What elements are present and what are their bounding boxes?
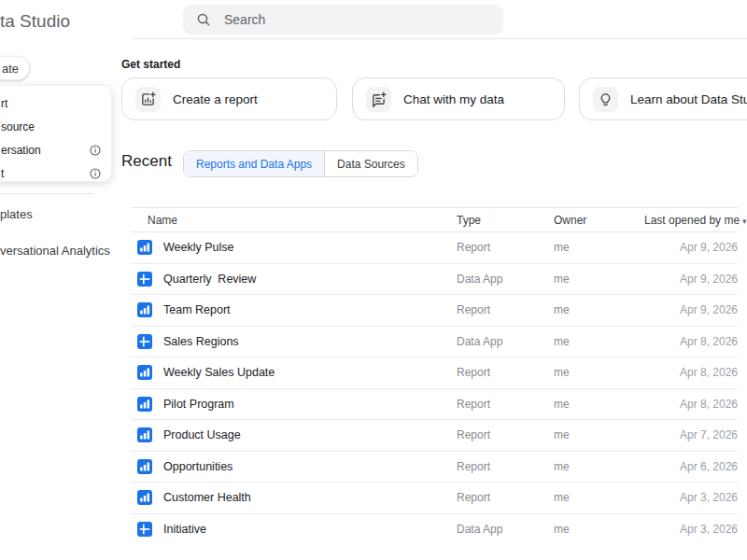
row-name: Product Usage (163, 428, 241, 441)
search-bar[interactable] (183, 5, 503, 35)
table-row[interactable]: Opportunities Report me Apr 6, 2026 (131, 452, 738, 483)
header-divider (134, 38, 747, 39)
search-input[interactable] (222, 11, 478, 28)
info-icon[interactable] (90, 145, 101, 156)
recent-table: Name Type Owner Last opened by me▾ Weekl… (131, 207, 738, 544)
row-type: Data App (457, 273, 554, 286)
learn-about-card[interactable]: Learn about Data Studio (579, 77, 747, 120)
sidebar-item-conversational-analytics[interactable]: versational Analytics (0, 244, 110, 258)
report-icon (137, 397, 152, 412)
report-icon (137, 490, 152, 505)
create-menu-popup: rt source ersation t (0, 85, 112, 182)
row-owner: me (554, 428, 644, 441)
row-date: Apr 7, 2026 (644, 428, 738, 441)
get-started-title: Get started (121, 58, 180, 71)
row-name: Quarterly Review (163, 273, 256, 286)
info-icon[interactable] (90, 168, 101, 179)
row-date: Apr 8, 2026 (644, 366, 738, 379)
chat-add-icon (366, 87, 391, 112)
row-date: Apr 3, 2026 (644, 491, 738, 504)
row-owner: me (554, 523, 644, 536)
row-name: Opportunities (163, 460, 233, 473)
lightbulb-icon (593, 87, 618, 112)
table-row[interactable]: Initiative Data App me Apr 3, 2026 (131, 514, 738, 545)
row-name: Sales Regions (163, 335, 239, 348)
table-body: Weekly Pulse Report me Apr 9, 2026 Quart… (131, 232, 738, 544)
row-owner: me (554, 491, 644, 504)
menu-item-report[interactable]: rt (0, 91, 111, 115)
row-date: Apr 9, 2026 (644, 303, 738, 316)
row-date: Apr 8, 2026 (644, 335, 738, 348)
add-chart-icon (135, 87, 161, 112)
data-studio-home-screen: ta Studio ate rt source ersation t plate… (0, 0, 747, 560)
row-type: Report (457, 491, 554, 504)
row-date: Apr 8, 2026 (644, 398, 738, 411)
row-owner: me (554, 335, 644, 348)
row-owner: me (554, 398, 644, 411)
table-row[interactable]: Quarterly Review Data App me Apr 9, 2026 (131, 264, 738, 296)
row-date: Apr 9, 2026 (644, 241, 738, 254)
table-row[interactable]: Weekly Sales Update Report me Apr 8, 202… (131, 357, 738, 389)
app-logo-text: ta Studio (0, 11, 70, 32)
row-owner: me (554, 241, 644, 254)
report-icon (137, 427, 152, 442)
create-button-label: ate (2, 62, 19, 76)
row-type: Report (457, 398, 554, 411)
row-owner: me (554, 366, 644, 379)
table-row[interactable]: Team Report Report me Apr 9, 2026 (131, 295, 738, 327)
menu-item-label: rt (1, 97, 7, 110)
data-app-icon (137, 334, 152, 349)
menu-item-data-source[interactable]: source (0, 115, 111, 138)
tab-reports-and-data-apps[interactable]: Reports and Data Apps (184, 151, 324, 176)
sidebar-item-templates[interactable]: plates (0, 207, 33, 221)
row-name: Weekly Pulse (163, 241, 234, 254)
menu-item-last[interactable]: t (0, 161, 111, 185)
menu-item-label: ersation (1, 144, 41, 157)
row-name: Customer Health (163, 491, 251, 504)
chat-with-data-card[interactable]: Chat with my data (352, 77, 565, 120)
row-type: Report (457, 428, 554, 441)
learn-about-card-label: Learn about Data Studio (630, 92, 747, 106)
table-row[interactable]: Product Usage Report me Apr 7, 2026 (131, 420, 738, 452)
row-name: Team Report (163, 303, 231, 316)
table-row[interactable]: Sales Regions Data App me Apr 8, 2026 (131, 327, 738, 358)
data-app-icon (137, 522, 152, 537)
row-name: Weekly Sales Update (163, 366, 275, 379)
table-row[interactable]: Weekly Pulse Report me Apr 9, 2026 (131, 232, 738, 264)
row-name: Pilot Program (163, 398, 234, 411)
report-icon (137, 365, 152, 380)
report-icon (137, 302, 152, 317)
sidebar-divider (0, 193, 93, 194)
menu-item-conversation[interactable]: ersation (0, 138, 111, 161)
row-owner: me (554, 273, 644, 286)
row-owner: me (554, 303, 644, 316)
row-type: Report (457, 241, 554, 254)
menu-item-label: t (1, 167, 4, 180)
report-icon (137, 459, 152, 474)
create-report-card[interactable]: Create a report (121, 77, 337, 120)
column-header-last-opened[interactable]: Last opened by me▾ (644, 214, 738, 227)
chat-with-data-card-label: Chat with my data (403, 92, 504, 106)
report-icon (137, 240, 152, 255)
column-header-name[interactable]: Name (131, 214, 457, 227)
table-row[interactable]: Customer Health Report me Apr 3, 2026 (131, 483, 738, 514)
search-icon (196, 12, 211, 27)
row-owner: me (554, 460, 644, 473)
create-report-card-label: Create a report (173, 92, 258, 106)
row-date: Apr 3, 2026 (644, 523, 738, 536)
column-header-type[interactable]: Type (457, 214, 554, 227)
table-row[interactable]: Pilot Program Report me Apr 8, 2026 (131, 389, 738, 421)
recent-title: Recent (121, 152, 172, 171)
row-type: Data App (457, 335, 554, 348)
row-type: Report (457, 460, 554, 473)
row-name: Initiative (163, 523, 206, 536)
sort-caret-icon: ▾ (742, 217, 747, 226)
create-button[interactable]: ate (0, 56, 30, 80)
column-header-owner[interactable]: Owner (554, 214, 644, 227)
menu-item-label: source (1, 120, 35, 133)
tab-data-sources[interactable]: Data Sources (324, 151, 417, 176)
data-app-icon (137, 272, 152, 287)
table-header: Name Type Owner Last opened by me▾ (131, 207, 738, 232)
row-type: Report (457, 366, 554, 379)
recent-tabs: Reports and Data Apps Data Sources (183, 150, 418, 177)
